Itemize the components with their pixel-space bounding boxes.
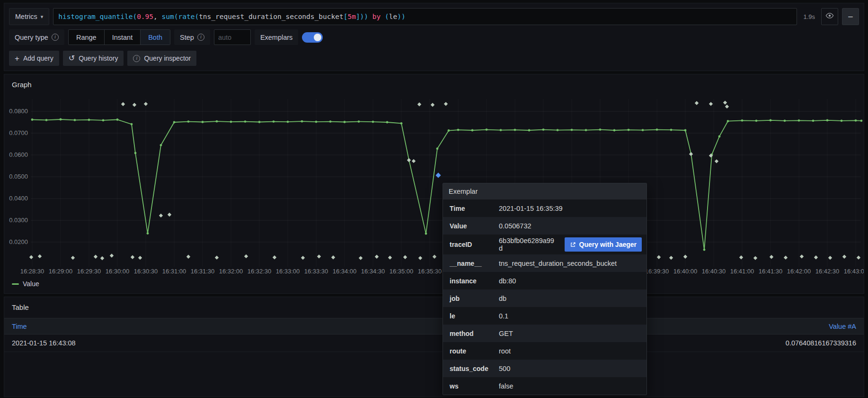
tooltip-row-label: __name__	[443, 254, 499, 272]
explore-page: Metrics ▾ histogram_quantile(0.95, sum(r…	[0, 0, 868, 398]
metrics-dropdown[interactable]: Metrics ▾	[9, 8, 49, 25]
exemplar-marker	[359, 256, 363, 260]
tooltip-row: jobdb	[443, 289, 647, 307]
svg-text:16:33:30: 16:33:30	[304, 268, 328, 275]
graph-svg[interactable]: 0.08000.07000.06000.05000.04000.03000.02…	[4, 96, 864, 279]
info-icon[interactable]: i	[52, 34, 59, 41]
exemplar-marker	[138, 256, 142, 260]
svg-text:16:33:00: 16:33:00	[276, 268, 300, 275]
query-type-range[interactable]: Range	[69, 30, 105, 45]
query-input[interactable]: histogram_quantile(0.95, sum(rate(tns_re…	[53, 8, 797, 25]
tooltip-row-label: route	[443, 342, 499, 360]
svg-text:16:35:30: 16:35:30	[418, 268, 442, 275]
eye-icon	[825, 11, 834, 22]
svg-text:0.0200: 0.0200	[9, 238, 28, 245]
tooltip-row: status_code500	[443, 360, 647, 377]
collapse-query-button[interactable]: –	[842, 8, 859, 25]
svg-text:16:42:30: 16:42:30	[815, 268, 840, 275]
history-icon: ↺	[69, 54, 75, 62]
chevron-down-icon: ▾	[41, 14, 44, 20]
tooltip-row-value: 6b3bfb0e6289a99dQuery with Jaeger	[499, 235, 647, 254]
exemplars-toggle[interactable]	[302, 32, 323, 43]
exemplar-marker	[725, 105, 729, 109]
tooltip-row-label: ws	[443, 377, 499, 395]
tooltip-row: Value0.0506732	[443, 217, 647, 235]
info-icon: i	[133, 55, 140, 62]
tooltip-row-value: false	[499, 380, 647, 392]
table-header: TimeValue #A	[4, 318, 864, 335]
svg-text:0.0800: 0.0800	[9, 108, 28, 115]
exemplar-marker	[159, 214, 163, 217]
query-with-jaeger-button[interactable]: Query with Jaeger	[565, 237, 642, 252]
svg-text:16:29:30: 16:29:30	[77, 268, 101, 275]
query-duration: 1.9s	[801, 13, 817, 20]
tooltip-row-label: Value	[443, 217, 499, 235]
table-cell: 2021-01-15 16:43:08	[12, 339, 76, 347]
info-icon[interactable]: i	[197, 34, 204, 41]
exemplar-marker	[403, 255, 407, 259]
query-type-both[interactable]: Both	[141, 30, 170, 45]
tooltip-title: Exemplar	[443, 183, 647, 199]
exemplar-marker	[753, 256, 757, 260]
exemplar-marker	[412, 159, 416, 163]
query-type-instant[interactable]: Instant	[105, 30, 141, 45]
toggle-knob	[314, 34, 321, 41]
tooltip-row-label: Time	[443, 199, 499, 217]
plus-icon: +	[15, 54, 19, 63]
exemplar-marker	[739, 255, 743, 259]
exemplar-marker	[433, 255, 436, 259]
svg-text:16:31:00: 16:31:00	[162, 268, 186, 275]
exemplar-tooltip: Exemplar Time2021-01-15 16:35:39Value0.0…	[443, 183, 647, 395]
exemplar-marker	[38, 254, 42, 258]
exemplar-marker	[215, 255, 219, 259]
exemplar-marker	[29, 255, 33, 259]
exemplar-marker	[657, 255, 661, 259]
exemplar-marker	[715, 159, 718, 163]
table-row: 2021-01-15 16:43:080.07640816167339316	[4, 335, 864, 352]
tooltip-row-label: job	[443, 289, 499, 307]
tooltip-row-label: status_code	[443, 360, 499, 377]
exemplar-marker	[121, 102, 125, 106]
svg-text:16:40:00: 16:40:00	[673, 268, 698, 275]
exemplar-marker	[770, 255, 773, 259]
exemplar-marker	[418, 256, 422, 260]
column-header[interactable]: Value #A	[829, 323, 856, 330]
exemplar-marker	[94, 255, 97, 259]
exemplar-marker	[695, 101, 699, 105]
svg-text:16:42:00: 16:42:00	[787, 268, 811, 275]
svg-text:16:32:00: 16:32:00	[219, 268, 243, 275]
svg-text:16:41:00: 16:41:00	[730, 268, 754, 275]
query-preview-button[interactable]	[821, 8, 838, 25]
exemplar-marker	[842, 255, 846, 259]
svg-text:16:29:00: 16:29:00	[49, 268, 73, 275]
svg-text:0.0300: 0.0300	[9, 217, 28, 224]
add-query-button[interactable]: + Add query	[9, 51, 59, 66]
column-header[interactable]: Time	[12, 323, 27, 330]
exemplar-marker	[133, 103, 136, 107]
query-type-label: Query type i	[9, 29, 64, 45]
step-input[interactable]	[214, 29, 251, 45]
query-inspector-button[interactable]: i Query inspector	[127, 51, 196, 66]
svg-text:16:30:30: 16:30:30	[134, 268, 158, 275]
tooltip-row: routeroot	[443, 342, 647, 360]
tooltip-row: le0.1	[443, 307, 647, 325]
legend-label: Value	[23, 280, 39, 288]
exemplar-marker	[144, 102, 148, 106]
exemplar-marker	[244, 254, 248, 258]
exemplar-marker	[407, 158, 411, 162]
tooltip-row-value: 2021-01-15 16:35:39	[499, 202, 647, 215]
exemplar-marker	[709, 102, 713, 106]
step-label: Step i	[174, 29, 210, 45]
tooltip-row-value: db:80	[499, 275, 647, 287]
exemplar-marker	[375, 255, 379, 259]
exemplar-marker	[168, 213, 171, 217]
tooltip-row-value: 0.0506732	[499, 220, 647, 232]
exemplar-marker	[814, 255, 818, 259]
svg-text:16:31:30: 16:31:30	[191, 268, 215, 275]
query-actions-row: + Add query ↺ Query history i Query insp…	[9, 51, 859, 66]
tooltip-row: wsfalse	[443, 377, 647, 395]
query-history-button[interactable]: ↺ Query history	[63, 51, 124, 66]
graph-legend[interactable]: Value	[4, 279, 864, 293]
svg-text:16:28:30: 16:28:30	[20, 268, 44, 275]
exemplar-marker	[683, 255, 687, 259]
